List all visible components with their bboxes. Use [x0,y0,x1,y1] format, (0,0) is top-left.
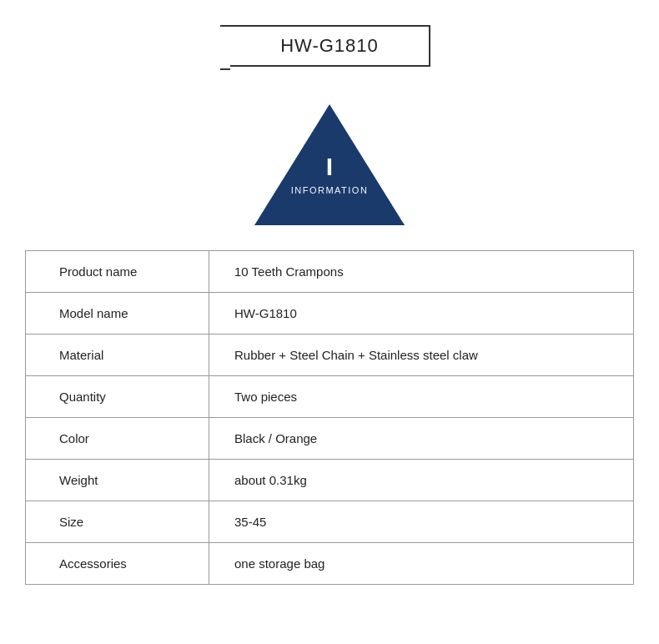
table-cell-value: Black / Orange [209,418,634,460]
info-triangle-icon: I INFORMATION [246,92,413,234]
table-cell-value: about 0.31kg [209,460,634,501]
table-cell-label: Weight [26,460,209,501]
table-row: Size35-45 [26,501,634,543]
table-cell-label: Size [26,501,209,543]
table-cell-value: 10 Teeth Crampons [209,251,634,293]
table-row: Model nameHW-G1810 [26,293,634,335]
table-cell-value: one storage bag [209,543,634,585]
product-title: HW-G1810 [280,35,379,56]
table-cell-label: Quantity [26,376,209,418]
table-cell-label: Material [26,335,209,376]
table-row: ColorBlack / Orange [26,418,634,460]
table-cell-label: Color [26,418,209,460]
svg-text:INFORMATION: INFORMATION [291,185,369,195]
table-cell-label: Model name [26,293,209,335]
svg-text:I: I [326,153,333,180]
table-row: Accessoriesone storage bag [26,543,634,585]
table-cell-value: Rubber + Steel Chain + Stainless steel c… [209,335,634,376]
product-title-box: HW-G1810 [229,25,430,67]
info-icon-container: I INFORMATION [246,92,413,225]
table-cell-label: Product name [26,251,209,293]
table-row: Weightabout 0.31kg [26,460,634,501]
table-row: Product name10 Teeth Crampons [26,251,634,293]
table-cell-value: Two pieces [209,376,634,418]
table-row: QuantityTwo pieces [26,376,634,418]
product-info-table: Product name10 Teeth CramponsModel nameH… [25,250,634,585]
table-cell-value: 35-45 [209,501,634,543]
table-cell-value: HW-G1810 [209,293,634,335]
table-cell-label: Accessories [26,543,209,585]
table-row: MaterialRubber + Steel Chain + Stainless… [26,335,634,376]
